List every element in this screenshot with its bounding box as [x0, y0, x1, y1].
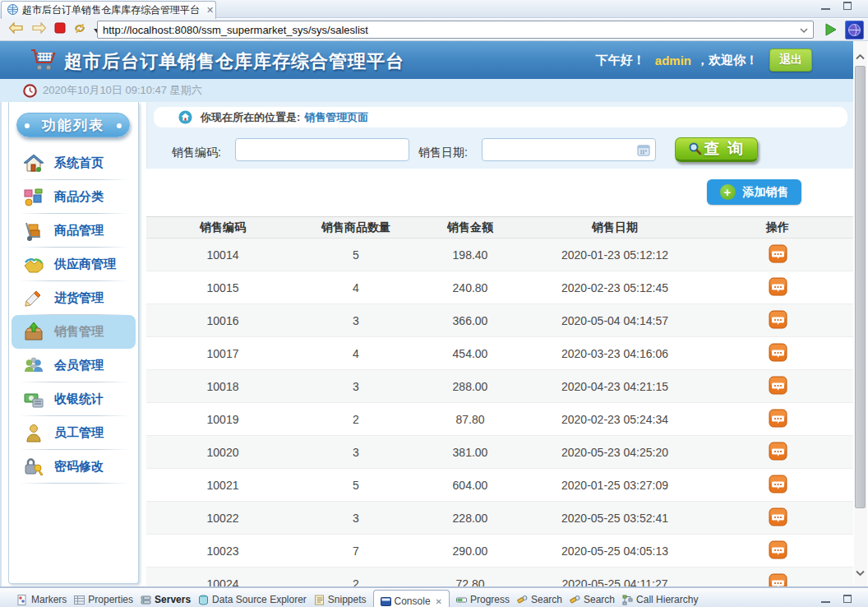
vertical-scrollbar[interactable]	[854, 41, 867, 586]
view-detail-button[interactable]	[769, 442, 787, 461]
forward-icon[interactable]	[31, 22, 47, 37]
table-cell: 10021	[146, 479, 299, 492]
view-detail-button[interactable]	[769, 343, 787, 362]
username: admin	[655, 53, 691, 67]
go-button[interactable]	[822, 21, 840, 38]
table-cell-actions	[702, 376, 853, 397]
sidebar-item[interactable]: 进货管理	[9, 281, 138, 315]
table-row: 100203381.002020-05-23 04:25:20	[146, 436, 853, 469]
table-cell: 604.00	[413, 479, 528, 492]
view-detail-button[interactable]	[769, 507, 787, 526]
eclipse-tab-data-source-explorer[interactable]: Data Source Explorer	[197, 591, 307, 607]
sidebar-item[interactable]: 供应商管理	[9, 248, 138, 281]
table-row: 100223228.002020-05-25 03:52:41	[146, 502, 853, 535]
table-cell: 4	[299, 347, 413, 360]
scrollbar-thumb[interactable]	[855, 66, 866, 508]
eclipse-tab-markers[interactable]: Markers	[16, 591, 67, 607]
table-cell: 2020-03-23 04:16:06	[528, 347, 702, 360]
column-header: 销售编码	[146, 220, 299, 235]
table-cell: 2020-05-25 04:05:13	[528, 544, 702, 558]
sidebar: 功能列表 系统首页商品分类商品管理供应商管理进货管理销售管理会员管理收银统计员工…	[8, 102, 139, 584]
back-icon[interactable]	[8, 22, 24, 37]
eclipse-tab-search[interactable]: Search	[516, 591, 563, 607]
datetime-text: 2020年10月10日 09:10:47 星期六	[43, 83, 202, 98]
url-text[interactable]: http://localhost:8080/ssm_supermarket_sy…	[103, 24, 800, 36]
table-cell: 10014	[146, 248, 299, 262]
refresh-icon[interactable]	[73, 22, 86, 38]
goods-icon	[22, 220, 44, 242]
sidebar-item-label: 密码修改	[54, 459, 104, 475]
sidebar-item-label: 销售管理	[54, 324, 104, 340]
sidebar-item[interactable]: 系统首页	[9, 146, 138, 180]
scroll-down-icon[interactable]	[855, 566, 866, 581]
sidebar-item[interactable]: 密码修改	[9, 450, 138, 484]
view-detail-button[interactable]	[769, 244, 787, 263]
browser-nav-buttons	[0, 22, 108, 38]
table-cell-actions	[702, 507, 853, 529]
sidebar-item-label: 会员管理	[54, 358, 104, 373]
eclipse-tab-progress[interactable]: Progress	[455, 591, 510, 607]
sidebar-item[interactable]: 商品分类	[9, 180, 138, 214]
scroll-up-icon[interactable]	[855, 49, 866, 64]
close-icon[interactable]: ✕	[206, 5, 214, 16]
table-cell: 454.00	[413, 347, 528, 360]
table-cell: 3	[299, 512, 413, 525]
table-row: 100215604.002020-01-25 03:27:09	[146, 469, 853, 502]
sales-date-input[interactable]	[482, 138, 656, 161]
table-cell: 198.40	[413, 248, 528, 262]
eclipse-tab-servers[interactable]: Servers	[140, 591, 192, 607]
minimize-icon[interactable]	[821, 2, 830, 10]
table-cell: 2020-02-23 05:12:45	[528, 281, 702, 294]
eclipse-tab-label: Data Source Explorer	[212, 594, 307, 605]
add-sales-button[interactable]: + 添加销售	[707, 179, 801, 205]
url-dropdown-icon[interactable]	[800, 22, 808, 37]
editor-tab[interactable]: 超市后台订单销售仓库库存综合管理平台 ✕	[1, 1, 216, 19]
url-bar[interactable]: http://localhost:8080/ssm_supermarket_sy…	[97, 21, 814, 39]
view-detail-button[interactable]	[769, 277, 787, 296]
purchase-icon	[22, 287, 44, 309]
eclipse-tab-snippets[interactable]: Snippets	[313, 591, 367, 607]
table-cell: 2020-05-04 04:14:57	[528, 314, 702, 327]
time-bar: 2020年10月10日 09:10:47 星期六	[0, 79, 853, 102]
calendar-icon[interactable]	[637, 144, 650, 160]
stop-icon[interactable]	[54, 22, 66, 37]
eclipse-tab-search[interactable]: Search	[569, 591, 616, 607]
table-row: 100183288.002020-04-23 04:21:15	[146, 370, 853, 403]
table-row: 100163366.002020-05-04 04:14:57	[146, 304, 853, 337]
eclipse-tab-console[interactable]: Console✕	[373, 590, 450, 607]
cashier-icon	[22, 388, 44, 410]
table-cell: 2020-02-23 05:24:34	[528, 413, 702, 426]
logout-button[interactable]: 退出	[769, 49, 812, 72]
maximize-icon[interactable]	[843, 2, 852, 10]
sidebar-item[interactable]: 收银统计	[9, 382, 138, 416]
view-detail-button[interactable]	[769, 376, 787, 395]
view-detail-button[interactable]	[769, 310, 787, 329]
close-icon[interactable]: ✕	[436, 597, 442, 606]
table-cell: 2020-01-25 03:27:09	[528, 479, 702, 492]
breadcrumb-current[interactable]: 销售管理页面	[304, 110, 368, 125]
view-detail-button[interactable]	[769, 475, 787, 493]
sidebar-item[interactable]: 销售管理	[12, 315, 136, 349]
view-detail-button[interactable]	[769, 409, 787, 428]
minimize-icon[interactable]	[821, 595, 830, 603]
eclipse-tab-call-hierarchy[interactable]: Call Hierarchy	[621, 591, 699, 607]
view-detail-button[interactable]	[769, 540, 787, 559]
external-browser-icon[interactable]	[845, 21, 864, 39]
eclipse-tabbar-tabs: MarkersPropertiesServersData Source Expl…	[16, 588, 704, 607]
maximize-icon[interactable]	[843, 595, 852, 603]
sales-code-input[interactable]	[235, 138, 409, 161]
table-cell: 2020-01-23 05:12:12	[528, 248, 702, 262]
table-row: 100145198.402020-01-23 05:12:12	[146, 239, 853, 271]
eclipse-tab-properties[interactable]: Properties	[73, 591, 134, 607]
eclipse-tab-label: Properties	[88, 594, 133, 605]
sidebar-item-label: 商品管理	[54, 223, 104, 239]
search-icon	[517, 595, 528, 605]
sidebar-item[interactable]: 会员管理	[9, 349, 138, 382]
sidebar-item[interactable]: 员工管理	[9, 416, 138, 450]
column-header: 销售金额	[413, 220, 528, 235]
sidebar-item-label: 商品分类	[54, 189, 104, 205]
table-cell: 10015	[146, 281, 299, 294]
sidebar-item[interactable]: 商品管理	[9, 214, 138, 248]
bottom-window-controls	[821, 595, 852, 603]
search-button[interactable]: 查 询	[675, 137, 758, 162]
